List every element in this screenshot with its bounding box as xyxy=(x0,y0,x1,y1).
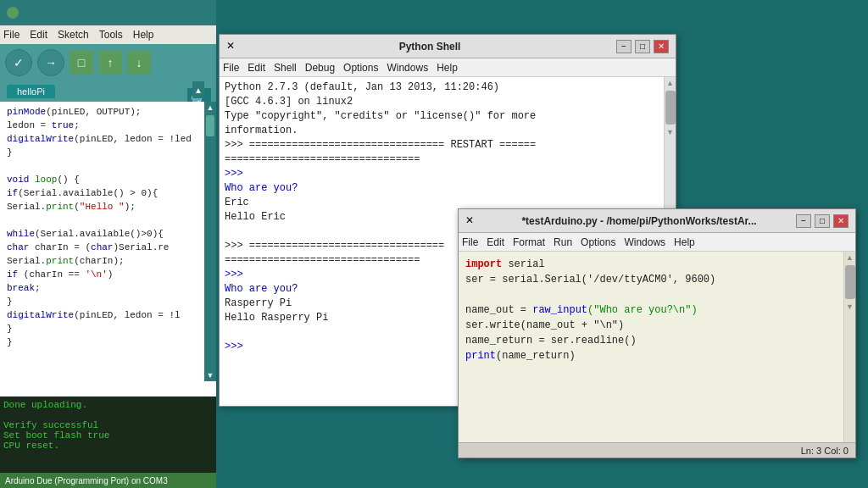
menu-help[interactable]: Help xyxy=(133,29,154,41)
scroll-thumb xyxy=(206,115,214,136)
menu-tools[interactable]: Tools xyxy=(99,29,123,41)
shell-line-7: >>> xyxy=(225,167,659,181)
menu-help[interactable]: Help xyxy=(674,236,695,248)
code-line-9 xyxy=(0,214,216,227)
code-line-17: } xyxy=(0,322,216,336)
arduino-toolbar: ✓ → □ ↑ ↓ 🔍 xyxy=(0,44,216,81)
editor-line-7: print(name_return) xyxy=(465,348,837,363)
test-arduino-content[interactable]: import serial ser = serial.Serial('/dev/… xyxy=(459,252,843,442)
menu-file[interactable]: File xyxy=(223,62,239,74)
python-shell-icon: ✕ xyxy=(226,40,240,53)
scroll-up-arrow[interactable]: ▲ xyxy=(844,252,855,263)
arduino-titlebar xyxy=(0,0,216,25)
save-button[interactable]: ↓ xyxy=(127,51,151,75)
scroll-up-arrow[interactable]: ▲ xyxy=(665,77,676,89)
scroll-down-arrow[interactable]: ▼ xyxy=(844,301,855,313)
editor-line-5: ser.write(name_out + "\n") xyxy=(465,318,837,333)
editor-line-4: name_out = raw_input("Who are you?\n") xyxy=(465,302,837,318)
arduino-console: Done uploading. Verify successful Set bo… xyxy=(0,396,216,473)
code-line-3: digitalWrite(pinLED, ledon = !led xyxy=(0,132,216,146)
scroll-down[interactable]: ▼ xyxy=(205,369,216,381)
menu-debug[interactable]: Debug xyxy=(305,62,335,74)
code-line-16: digitalWrite(pinLED, ledon = !l xyxy=(0,308,216,322)
test-arduino-controls: − □ ✕ xyxy=(796,214,849,228)
tab-hellopi[interactable]: helloPi xyxy=(7,85,55,98)
python-shell-controls: − □ ✕ xyxy=(616,40,669,53)
open-button[interactable]: ↑ xyxy=(98,51,122,75)
python-shell-titlebar: ✕ Python Shell − □ ✕ xyxy=(220,35,676,58)
menu-windows[interactable]: Windows xyxy=(387,62,428,74)
shell-line-4: information. xyxy=(225,124,659,138)
scroll-down-arrow[interactable]: ▼ xyxy=(665,126,676,138)
editor-line-1: import serial xyxy=(465,257,837,272)
editor-line-6: name_return = ser.readline() xyxy=(465,333,837,348)
menu-file[interactable]: File xyxy=(3,29,19,41)
minimize-button[interactable]: − xyxy=(796,214,811,228)
arduino-scrollbar[interactable]: ▲ ▼ xyxy=(204,102,216,381)
menu-windows[interactable]: Windows xyxy=(624,236,665,248)
shell-line-6: ================================ xyxy=(225,152,659,167)
menu-file[interactable]: File xyxy=(462,236,478,248)
scroll-thumb xyxy=(845,265,855,299)
console-line-1: Done uploading. xyxy=(3,400,213,410)
cursor-position: Ln: 3 Col: 0 xyxy=(801,446,849,456)
maximize-button[interactable]: □ xyxy=(815,214,830,228)
verify-button[interactable]: ✓ xyxy=(5,49,32,76)
menu-format[interactable]: Format xyxy=(513,236,545,248)
editor-line-3 xyxy=(465,287,837,302)
test-arduino-scrollbar[interactable]: ▲ ▼ xyxy=(843,252,855,442)
upload-button[interactable]: → xyxy=(37,49,64,76)
arduino-menubar: File Edit Sketch Tools Help xyxy=(0,25,216,44)
code-line-5 xyxy=(0,159,216,173)
code-line-13: if (charIn == '\n') xyxy=(0,268,216,281)
console-line-4: Set boot flash true xyxy=(3,430,213,441)
editor-line-2: ser = serial.Serial('/dev/ttyACM0', 9600… xyxy=(465,272,837,287)
code-line-4: } xyxy=(0,146,216,159)
arduino-code-editor[interactable]: pinMode(pinLED, OUTPUT); ledon = true; d… xyxy=(0,102,216,396)
code-line-2: ledon = true; xyxy=(0,119,216,132)
console-line-2 xyxy=(3,410,213,420)
close-button[interactable]: ✕ xyxy=(833,214,849,228)
arduino-ide: File Edit Sketch Tools Help ✓ → □ ↑ ↓ 🔍 … xyxy=(0,0,216,488)
code-line-10: while(Serial.available()>0){ xyxy=(0,227,216,241)
minimize-button[interactable]: − xyxy=(616,40,632,53)
menu-edit[interactable]: Edit xyxy=(30,29,47,41)
maximize-button[interactable]: □ xyxy=(635,40,650,53)
menu-edit[interactable]: Edit xyxy=(487,236,504,248)
test-arduino-title: *testArduino.py - /home/pi/PythonWorks/t… xyxy=(482,215,796,227)
code-line-12: Serial.print(charIn); xyxy=(0,254,216,268)
python-shell-title: Python Shell xyxy=(243,41,616,53)
scroll-up[interactable]: ▲ xyxy=(205,102,216,114)
arduino-logo xyxy=(7,7,19,19)
menu-options[interactable]: Options xyxy=(581,236,615,248)
code-line-7: if(Serial.available() > 0){ xyxy=(0,186,216,200)
test-arduino-body: import serial ser = serial.Serial('/dev/… xyxy=(459,252,855,442)
code-line-8: Serial.print("Hello "); xyxy=(0,200,216,214)
menu-shell[interactable]: Shell xyxy=(274,62,297,74)
console-line-5: CPU reset. xyxy=(3,441,213,451)
menu-sketch[interactable]: Sketch xyxy=(58,29,89,41)
menu-run[interactable]: Run xyxy=(554,236,572,248)
close-button[interactable]: ✕ xyxy=(654,40,669,53)
code-line-18: } xyxy=(0,336,216,349)
new-button[interactable]: □ xyxy=(70,51,93,75)
code-line-6: void loop() { xyxy=(0,173,216,186)
test-arduino-window: ✕ *testArduino.py - /home/pi/PythonWorks… xyxy=(458,208,856,458)
code-line-15: } xyxy=(0,295,216,308)
shell-line-3: Type "copyright", "credits" or "license(… xyxy=(225,109,659,124)
shell-line-2: [GCC 4.6.3] on linux2 xyxy=(225,95,659,109)
scroll-thumb xyxy=(665,91,676,125)
test-arduino-menubar: File Edit Format Run Options Windows Hel… xyxy=(459,233,855,252)
shell-line-8: Who are you? xyxy=(225,181,659,196)
test-arduino-icon: ✕ xyxy=(465,214,479,228)
test-arduino-titlebar: ✕ *testArduino.py - /home/pi/PythonWorks… xyxy=(459,209,855,233)
menu-edit[interactable]: Edit xyxy=(248,62,265,74)
arduino-tab: helloPi ▲ xyxy=(0,81,216,102)
arduino-statusbar: Arduino Due (Programming Port) on COM3 xyxy=(0,473,216,488)
scroll-up-arrow[interactable]: ▲ xyxy=(192,81,204,98)
menu-options[interactable]: Options xyxy=(343,62,378,74)
shell-line-1: Python 2.7.3 (default, Jan 13 2013, 11:2… xyxy=(225,80,659,95)
python-shell-menubar: File Edit Shell Debug Options Windows He… xyxy=(220,58,676,77)
status-port: Arduino Due (Programming Port) on COM3 xyxy=(5,476,168,485)
menu-help[interactable]: Help xyxy=(437,62,458,74)
